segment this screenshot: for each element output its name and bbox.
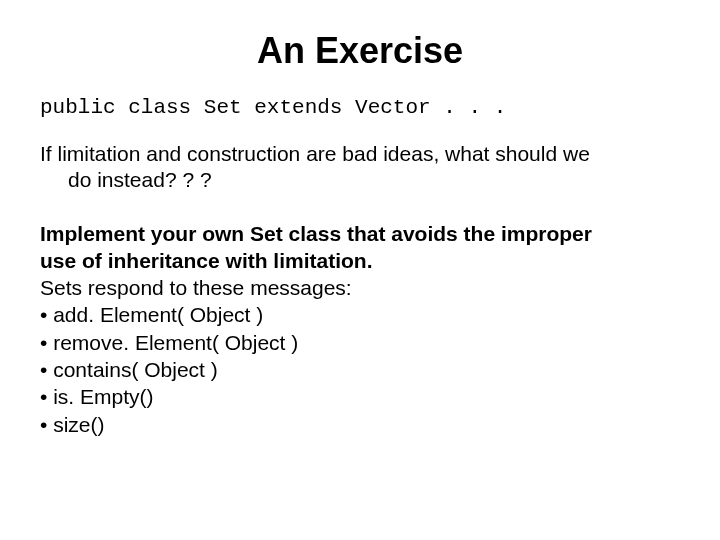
slide: An Exercise public class Set extends Vec… (0, 0, 720, 458)
instruction-line-1: Implement your own Set class that avoids… (40, 222, 592, 245)
bullet-contains: • contains( Object ) (40, 356, 680, 383)
respond-line: Sets respond to these messages: (40, 276, 352, 299)
code-declaration: public class Set extends Vector . . . (40, 96, 680, 119)
bullet-remove-element: • remove. Element( Object ) (40, 329, 680, 356)
question-line-1: If limitation and construction are bad i… (40, 142, 590, 165)
question-line-2: do instead? ? ? (40, 167, 680, 193)
question-paragraph: If limitation and construction are bad i… (40, 141, 680, 194)
slide-title: An Exercise (40, 30, 680, 72)
bullet-add-element: • add. Element( Object ) (40, 301, 680, 328)
bullet-size: • size() (40, 411, 680, 438)
instruction-line-2: use of inheritance with limitation. (40, 249, 373, 272)
bullet-is-empty: • is. Empty() (40, 383, 680, 410)
instruction-block: Implement your own Set class that avoids… (40, 220, 680, 438)
